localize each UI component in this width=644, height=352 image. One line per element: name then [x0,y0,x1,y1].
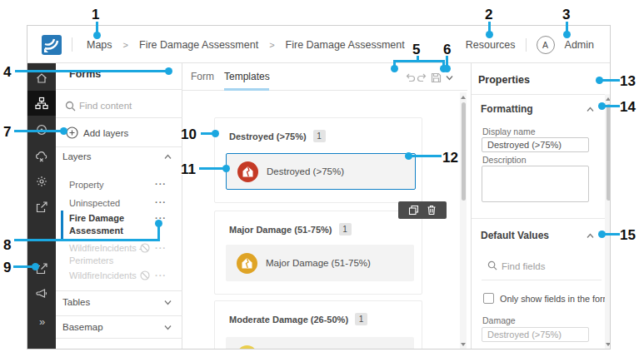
template-group-title: Moderate Damage (26-50%) [229,315,348,325]
breadcrumb-maps[interactable]: Maps [87,39,112,51]
callout-label: 14 [620,99,636,116]
template-group-moderate-damage: Moderate Damage (26-50%) 1 Moderate Dama… [214,300,422,350]
template-group-destroyed: Destroyed (>75%) 1 Destroyed (>75%) [214,117,422,203]
callout-label: 12 [442,150,458,166]
damage-default-value-input[interactable] [482,327,589,342]
template-count-badge: 1 [313,130,326,142]
template-hover-toolbar [398,201,447,219]
templates-scrollbar[interactable] [460,92,467,350]
template-item-destroyed[interactable]: Destroyed (>75%) [226,153,416,190]
tab-templates[interactable]: Templates [224,71,270,82]
tab-form[interactable]: Form [191,71,214,82]
template-group-major-damage: Major Damage (51-75%) 1 Major Damage (51… [214,211,422,295]
callout-label: 5 [412,42,420,58]
breadcrumb-map-name[interactable]: Fire Damage Assessment [139,39,258,51]
callout-label: 9 [3,260,11,276]
resources-link[interactable]: Resources [466,39,516,51]
search-icon [487,260,497,270]
layer-name-line1: Fire Damage [69,212,124,225]
callout-label: 8 [3,237,11,254]
destroyed-house-icon [237,161,258,182]
template-item-moderate-damage[interactable]: Moderate Damage (26-50%) [226,337,414,350]
scrollbar-thumb[interactable] [462,102,466,201]
selected-layer-accent [61,211,63,240]
breadcrumb-form-name: Fire Damage Assessment [286,39,405,51]
add-layers-button[interactable]: Add layers [66,126,128,139]
breadcrumb: Maps > Fire Damage Assessment > Fire Dam… [87,26,405,63]
display-name-input[interactable] [482,137,589,152]
offline-cloud-icon[interactable] [27,144,56,169]
chevron-up-icon[interactable] [587,233,594,239]
header-divider [526,38,527,52]
settings-gear-icon[interactable] [27,169,56,194]
forms-icon[interactable] [27,91,56,116]
layer-row-wildfire-perimeters[interactable]: WildfireIncidents - Perimeters [69,242,142,267]
template-item-label: Destroyed (>75%) [267,166,344,176]
forms-panel: Forms Add layers Layers Property ··· Uni… [56,63,182,350]
basemap-section-header[interactable]: Basemap [62,322,103,332]
chevron-up-icon[interactable] [587,107,594,112]
app-window: Maps > Fire Damage Assessment > Fire Dam… [27,25,611,350]
chevron-up-icon[interactable] [164,154,172,160]
find-fields-input[interactable] [502,260,593,273]
callout-label: 4 [3,64,11,81]
callout-label: 6 [443,42,451,58]
layer-overflow-menu[interactable]: ··· [155,197,167,207]
layer-name-line2: Perimeters [69,255,142,267]
scroll-down-arrow[interactable] [606,343,611,346]
share-export-icon[interactable] [27,195,56,220]
layer-row-uninspected[interactable]: Uninspected [69,197,120,210]
description-textarea[interactable] [482,166,589,202]
layer-row-fire-damage-assessment[interactable]: Fire Damage Assessment [69,212,124,237]
scrollbar-thumb[interactable] [607,104,611,201]
layer-overflow-menu[interactable]: ··· [155,270,167,280]
formatting-section-header: Formatting [481,103,533,115]
not-supported-icon [140,270,150,280]
find-content-input[interactable] [79,98,175,113]
template-count-badge: 1 [339,223,352,235]
properties-title: Properties [478,74,530,86]
layer-overflow-menu[interactable]: ··· [155,243,167,253]
undo-icon[interactable] [404,72,416,83]
layer-overflow-menu[interactable]: ··· [155,179,167,189]
duplicate-icon[interactable] [408,205,419,216]
avatar[interactable]: A [537,36,555,54]
display-name-label: Display name [482,126,536,136]
callout-label: 1 [92,7,99,23]
layer-row-property[interactable]: Property [69,179,104,191]
trash-icon[interactable] [427,205,437,216]
not-supported-icon [140,243,150,253]
header-right: Resources A Admin [466,26,594,63]
feedback-megaphone-icon[interactable] [27,281,56,306]
template-group-title: Major Damage (51-75%) [229,225,332,235]
layer-name-line1: WildfireIncidents - [69,242,142,255]
scroll-up-arrow[interactable] [606,97,611,101]
layer-row-wildfire-incidents[interactable]: WildfireIncidents [69,270,137,282]
only-show-fields-label: Only show fields in the form [500,294,611,304]
tab-bar: Form Templates [182,63,467,91]
save-icon[interactable] [430,72,442,83]
template-item-major-damage[interactable]: Major Damage (51-75%) [226,245,414,281]
redo-icon[interactable] [416,72,427,83]
add-layers-label: Add layers [83,128,128,138]
properties-scrollbar[interactable] [605,94,611,350]
callout-label: 2 [485,7,492,23]
scroll-down-arrow[interactable] [461,343,466,346]
app-sidebar: » [27,63,56,350]
user-menu[interactable]: Admin [565,39,594,51]
template-count-badge: 1 [355,313,367,325]
templates-panel: Form Templates Destroyed (>75%) 1 [182,63,467,350]
layers-section-header[interactable]: Layers [62,151,92,161]
app-header: Maps > Fire Damage Assessment > Fire Dam… [27,26,610,63]
layer-name-line2: Assessment [69,225,124,237]
collapse-sidebar-icon[interactable]: » [27,309,56,334]
breadcrumb-separator-icon: > [269,40,274,50]
callout-label: 15 [620,227,636,244]
only-show-fields-checkbox[interactable] [483,293,494,304]
chevron-down-icon[interactable] [164,300,172,305]
scroll-up-arrow[interactable] [461,96,466,99]
tables-section-header[interactable]: Tables [62,297,90,307]
save-options-chevron-icon[interactable] [443,72,455,83]
moderate-damage-house-icon [237,345,257,350]
chevron-down-icon[interactable] [164,325,172,330]
